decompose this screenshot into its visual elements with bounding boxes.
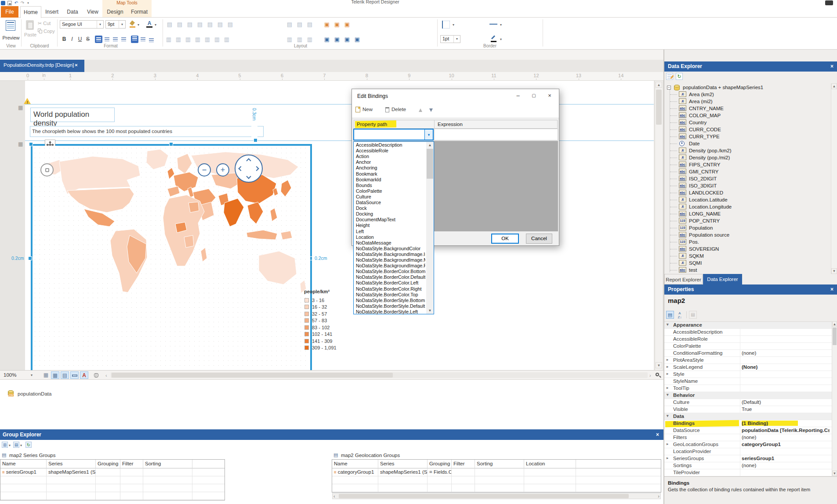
tree-field-item[interactable]: .ESQMI — [664, 260, 829, 267]
align-center-button[interactable] — [103, 36, 111, 43]
table-horizontal-scrollbar[interactable]: ‹› — [332, 493, 661, 499]
increase-horizontal-spacing-icon[interactable]: ▥ — [174, 36, 182, 43]
property-value[interactable]: populationData [Telerik.Reporting.Cs — [742, 428, 830, 433]
property-path-option[interactable]: NoDataStyle.BackgroundImage.Ir — [354, 252, 425, 257]
property-path-option[interactable]: NoDataStyle.BorderStyle.Left — [354, 309, 425, 315]
expression-cell[interactable] — [434, 129, 558, 140]
table-cell[interactable] — [143, 468, 192, 476]
property-row-filters[interactable]: Filters(none) — [664, 434, 832, 441]
valign-bottom-button[interactable] — [148, 36, 155, 43]
table-cell[interactable] — [524, 484, 576, 492]
zoom-caret-icon[interactable]: ▾ — [31, 373, 33, 377]
align-centers-icon[interactable]: ▤ — [176, 21, 184, 29]
undo-icon[interactable]: ↶ — [14, 0, 19, 5]
add-group-icon[interactable]: ▥ — [2, 442, 8, 448]
tree-field-item[interactable]: Date — [664, 140, 829, 148]
paste-button[interactable]: Paste — [24, 20, 37, 43]
property-path-option[interactable]: Culture — [354, 194, 425, 200]
line-color-caret-icon[interactable]: ▾ — [500, 37, 502, 41]
property-pages-icon[interactable]: ▤ — [689, 311, 697, 319]
expand-icon[interactable]: ▸ — [667, 385, 669, 390]
scroll-up-icon[interactable]: ▲ — [831, 83, 837, 89]
snap-top-icon[interactable]: ▥ — [306, 36, 314, 43]
tree-field-item[interactable]: .EArea (mi2) — [664, 98, 829, 105]
add-group-caret-icon[interactable]: ▾ — [9, 443, 11, 447]
tree-field-item[interactable]: .ESQKM — [664, 253, 829, 260]
table-cell[interactable] — [378, 476, 428, 484]
column-header-name[interactable]: Name — [332, 460, 378, 468]
design-vertical-scrollbar[interactable]: ▲ ▼ — [655, 81, 663, 370]
map-zoom-out-button[interactable]: − — [198, 163, 211, 176]
expand-icon[interactable]: ▸ — [667, 364, 669, 369]
show-grid-icon[interactable]: ▦ — [42, 371, 50, 379]
property-path-option[interactable]: BookmarkId — [354, 177, 425, 183]
column-header-filter[interactable]: Filter — [452, 460, 475, 468]
column-header-grouping[interactable]: Grouping — [96, 460, 120, 468]
tree-field-item[interactable]: abcISO_2DIGIT — [664, 176, 829, 183]
tree-field-item[interactable]: abcLANDLOCKED — [664, 190, 829, 197]
collapse-icon[interactable]: ▾ — [667, 392, 669, 397]
table-cell[interactable] — [120, 468, 143, 476]
pan-right-icon[interactable] — [254, 166, 259, 171]
table-cell[interactable] — [378, 484, 428, 492]
ribbon-tab-format[interactable]: Format — [128, 6, 150, 18]
table-cell[interactable] — [0, 492, 47, 500]
scroll-thumb[interactable] — [656, 90, 662, 125]
table-cell[interactable] — [47, 476, 96, 484]
table-cell[interactable] — [332, 484, 378, 492]
table-cell[interactable] — [143, 476, 192, 484]
save-icon[interactable] — [7, 1, 12, 5]
property-path-option[interactable]: NoDataMessage — [354, 240, 425, 246]
pan-left-icon[interactable] — [238, 166, 243, 171]
property-value[interactable]: True — [742, 407, 830, 412]
property-path-option[interactable]: NoDataStyle.BorderColor.Default — [354, 274, 425, 280]
table-cell[interactable]: ≡seriesGroup1 — [0, 468, 47, 476]
collapse-icon[interactable]: ▾ — [667, 414, 669, 418]
hscroll-left-icon[interactable]: ‹ — [105, 373, 107, 378]
properties-close-icon[interactable]: × — [830, 286, 833, 292]
tree-field-item[interactable]: abcLONG_NAME — [664, 211, 829, 218]
highlight-color-caret-icon[interactable]: ▾ — [138, 23, 139, 27]
dropdown-scrollbar[interactable]: ▲ ▼ — [426, 142, 434, 314]
property-value[interactable]: categoryGroup1 — [742, 442, 830, 447]
detail-section-icon[interactable]: ▦ — [18, 140, 24, 148]
combobox-caret-icon[interactable]: ▾ — [424, 130, 433, 140]
refresh-icon[interactable]: ↻ — [25, 442, 32, 448]
property-row-datasource[interactable]: DataSourcepopulationData [Telerik.Report… — [664, 427, 832, 434]
table-cell[interactable] — [96, 492, 120, 500]
table-cell[interactable] — [428, 484, 452, 492]
property-path-option[interactable]: Height — [354, 223, 425, 228]
table-cell[interactable] — [96, 468, 120, 476]
property-row-seriesgroups[interactable]: ▸SeriesGroupsseriesGroup1 — [664, 455, 832, 462]
property-grid-scrollbar[interactable]: ▲ ▼ — [832, 321, 837, 476]
align-left-button[interactable] — [95, 36, 102, 43]
scroll-thumb[interactable] — [833, 328, 837, 345]
property-path-option[interactable]: NoDataStyle.BackgroundColor — [354, 246, 425, 252]
dialog-titlebar[interactable]: Edit Bindings – ▢ × — [352, 89, 559, 103]
map-left-handle[interactable] — [28, 256, 32, 260]
column-header-series[interactable]: Series — [47, 460, 96, 468]
show-ruler-icon[interactable] — [70, 371, 79, 379]
font-color-button[interactable]: A — [146, 20, 153, 28]
tree-field-item[interactable]: .ELocation.Latitude — [664, 197, 829, 204]
same-height-icon[interactable]: ▤ — [306, 21, 314, 29]
property-path-option[interactable]: NoDataStyle.BorderColor.Top — [354, 292, 425, 298]
table-cell[interactable] — [143, 484, 192, 492]
property-value[interactable]: (None) — [742, 364, 830, 370]
document-tab-close-icon[interactable]: × — [75, 62, 78, 68]
table-cell[interactable] — [0, 476, 47, 484]
property-path-option[interactable]: Action — [354, 154, 425, 159]
ribbon-tab-data[interactable]: Data — [64, 6, 81, 18]
table-cell[interactable] — [524, 468, 576, 476]
redo-icon[interactable]: ↷ — [20, 0, 25, 5]
table-cell[interactable]: = Fields.CN... — [428, 468, 452, 476]
edit-datasource-icon[interactable] — [666, 73, 673, 80]
table-cell[interactable] — [0, 484, 47, 492]
property-row-style[interactable]: ▸Style — [664, 371, 832, 378]
scroll-down-icon[interactable]: ▼ — [832, 471, 837, 476]
center-vertically-icon[interactable]: ▣ — [343, 21, 351, 29]
size-to-grid-icon[interactable]: ▣ — [323, 21, 331, 29]
property-row-bindings[interactable]: ▸Bindings(1 Binding) — [664, 420, 832, 427]
ribbon-tab-design[interactable]: Design — [105, 6, 126, 18]
tree-field-item[interactable]: abctest — [664, 267, 829, 274]
